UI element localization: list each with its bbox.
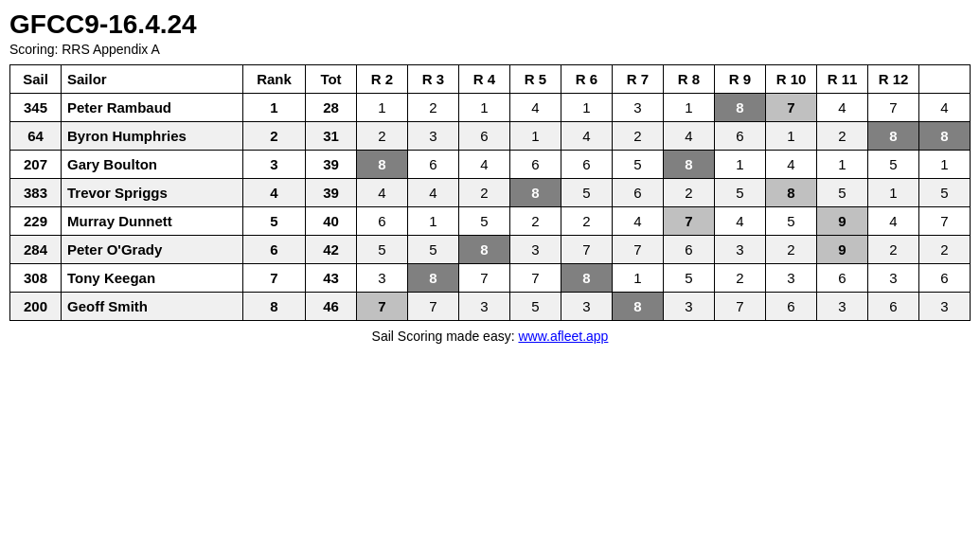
cell-r3: 6 xyxy=(459,122,510,151)
col-rank: Rank xyxy=(243,65,306,94)
cell-r6: 4 xyxy=(613,207,664,236)
cell-r9: 5 xyxy=(766,207,817,236)
cell-r10: 1 xyxy=(817,151,868,179)
cell-sailor: Byron Humphries xyxy=(62,122,243,151)
cell-sailor: Tony Keegan xyxy=(62,264,243,293)
table-row: 64Byron Humphries231236142461288 xyxy=(10,122,971,151)
cell-r2: 8 xyxy=(408,264,459,293)
cell-r1: 6 xyxy=(357,207,408,236)
table-row: 207Gary Boulton339864665814151 xyxy=(10,151,971,179)
cell-r3: 1 xyxy=(459,94,510,122)
cell-r8: 6 xyxy=(715,122,766,151)
cell-r6: 6 xyxy=(613,179,664,207)
cell-tot: 28 xyxy=(306,94,357,122)
cell-r12: 8 xyxy=(919,122,971,151)
cell-r8: 1 xyxy=(715,151,766,179)
cell-r5: 1 xyxy=(561,94,613,122)
cell-r7: 4 xyxy=(664,122,715,151)
cell-r11: 6 xyxy=(868,293,919,321)
cell-rank: 3 xyxy=(243,151,306,179)
cell-r10: 6 xyxy=(817,264,868,293)
cell-rank: 4 xyxy=(243,179,306,207)
cell-sailor: Peter Rambaud xyxy=(62,94,243,122)
cell-r2: 7 xyxy=(408,293,459,321)
cell-r12: 2 xyxy=(919,236,971,264)
cell-rank: 2 xyxy=(243,122,306,151)
cell-r11: 3 xyxy=(868,264,919,293)
cell-r11: 8 xyxy=(868,122,919,151)
table-row: 284Peter O'Grady642558377632922 xyxy=(10,236,971,264)
cell-r5: 8 xyxy=(561,264,613,293)
cell-r9: 2 xyxy=(766,236,817,264)
cell-rank: 7 xyxy=(243,264,306,293)
cell-r1: 3 xyxy=(357,264,408,293)
cell-r9: 3 xyxy=(766,264,817,293)
cell-r7: 1 xyxy=(664,94,715,122)
cell-r3: 7 xyxy=(459,264,510,293)
table-row: 229Murray Dunnett540615224745947 xyxy=(10,207,971,236)
cell-sailor: Geoff Smith xyxy=(62,293,243,321)
cell-r5: 7 xyxy=(561,236,613,264)
subtitle: Scoring: RRS Appendix A xyxy=(9,42,971,57)
cell-r4: 7 xyxy=(510,264,561,293)
cell-r10: 2 xyxy=(817,122,868,151)
cell-r9: 7 xyxy=(766,94,817,122)
cell-rank: 6 xyxy=(243,236,306,264)
cell-r7: 7 xyxy=(664,207,715,236)
cell-r11: 5 xyxy=(868,151,919,179)
cell-r6: 5 xyxy=(613,151,664,179)
cell-r12: 6 xyxy=(919,264,971,293)
cell-tot: 40 xyxy=(306,207,357,236)
cell-r11: 1 xyxy=(868,179,919,207)
page-title: GFCC9-16.4.24 xyxy=(9,9,971,40)
cell-r7: 8 xyxy=(664,151,715,179)
cell-r8: 2 xyxy=(715,264,766,293)
col-r2: R 3 xyxy=(408,65,459,94)
cell-r2: 4 xyxy=(408,179,459,207)
cell-r6: 3 xyxy=(613,94,664,122)
cell-r8: 5 xyxy=(715,179,766,207)
cell-rank: 1 xyxy=(243,94,306,122)
cell-r4: 2 xyxy=(510,207,561,236)
cell-r10: 5 xyxy=(817,179,868,207)
cell-sailor: Peter O'Grady xyxy=(62,236,243,264)
cell-r4: 6 xyxy=(510,151,561,179)
cell-r8: 7 xyxy=(715,293,766,321)
cell-r10: 9 xyxy=(817,207,868,236)
cell-rank: 5 xyxy=(243,207,306,236)
cell-r6: 1 xyxy=(613,264,664,293)
col-tot: Tot xyxy=(306,65,357,94)
cell-r9: 1 xyxy=(766,122,817,151)
cell-r11: 7 xyxy=(868,94,919,122)
col-sailor: Sailor xyxy=(62,65,243,94)
cell-sail: 383 xyxy=(10,179,62,207)
cell-r9: 6 xyxy=(766,293,817,321)
cell-r12: 1 xyxy=(919,151,971,179)
cell-tot: 42 xyxy=(306,236,357,264)
col-r5: R 6 xyxy=(561,65,613,94)
cell-r3: 8 xyxy=(459,236,510,264)
cell-tot: 43 xyxy=(306,264,357,293)
cell-r6: 2 xyxy=(613,122,664,151)
cell-r3: 5 xyxy=(459,207,510,236)
cell-r6: 8 xyxy=(613,293,664,321)
cell-r7: 5 xyxy=(664,264,715,293)
cell-r7: 6 xyxy=(664,236,715,264)
cell-r10: 4 xyxy=(817,94,868,122)
cell-r4: 5 xyxy=(510,293,561,321)
col-r4: R 5 xyxy=(510,65,561,94)
cell-r11: 2 xyxy=(868,236,919,264)
footer-link[interactable]: www.afleet.app xyxy=(518,329,608,344)
cell-tot: 39 xyxy=(306,151,357,179)
col-r9: R 10 xyxy=(766,65,817,94)
footer-text: Sail Scoring made easy: www.afleet.app xyxy=(10,321,971,350)
col-r6: R 7 xyxy=(613,65,664,94)
cell-r1: 1 xyxy=(357,94,408,122)
cell-r8: 8 xyxy=(715,94,766,122)
cell-r4: 4 xyxy=(510,94,561,122)
cell-r2: 3 xyxy=(408,122,459,151)
cell-r12: 7 xyxy=(919,207,971,236)
cell-sail: 308 xyxy=(10,264,62,293)
table-row: 308Tony Keegan743387781523636 xyxy=(10,264,971,293)
col-r12 xyxy=(919,65,971,94)
